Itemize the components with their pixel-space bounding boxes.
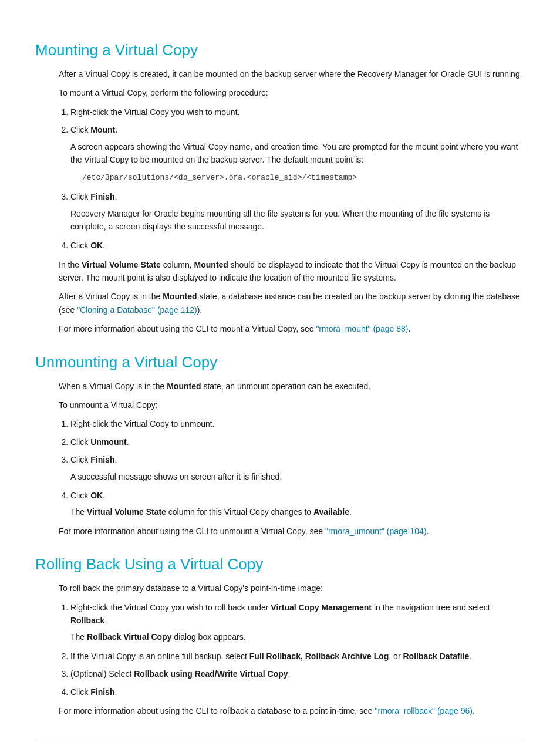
step-text: Click Finish. [70,455,117,464]
mounting-title: Mounting a Virtual Copy [35,41,525,59]
step-text: (Optional) Select Rollback using Read/Wr… [70,669,291,679]
list-item: Right-click the Virtual Copy to unmount. [70,417,525,430]
step-text: Click Mount. [70,125,117,134]
list-item: Click OK. [70,239,525,252]
mounting-intro2: To mount a Virtual Copy, perform the fol… [59,86,525,99]
step-text: If the Virtual Copy is an online full ba… [70,652,471,661]
rmora-umount-link[interactable]: "rmora_umount" (page 104) [325,526,427,536]
step-sub: Recovery Manager for Oracle begins mount… [70,207,525,234]
rollback-note: For more information about using the CLI… [59,704,525,717]
step-text: Right-click the Virtual Copy to unmount. [70,419,215,428]
page-footer: 110 Using the Recovery Manager for Oracl… [35,741,525,746]
list-item: Right-click the Virtual Copy you wish to… [70,106,525,119]
mounting-intro1: After a Virtual Copy is created, it can … [59,67,525,80]
step-sub: The Virtual Volume State column for this… [70,505,525,518]
step-text: Click Finish. [70,687,117,697]
rmora-mount-link[interactable]: "rmora_mount" (page 88) [316,324,408,333]
step-text: Right-click the Virtual Copy you wish to… [70,603,490,625]
unmounting-title: Unmounting a Virtual Copy [35,353,525,372]
list-item: (Optional) Select Rollback using Read/Wr… [70,667,525,680]
rollback-body: To roll back the primary database to a V… [59,582,525,717]
step-text: Click OK. [70,491,105,500]
unmounting-intro1: When a Virtual Copy is in the Mounted st… [59,380,525,393]
rollback-intro: To roll back the primary database to a V… [59,582,525,595]
mounting-steps: Right-click the Virtual Copy you wish to… [70,106,525,252]
unmounting-note: For more information about using the CLI… [59,525,525,538]
rmora-rollback-link[interactable]: "rmora_rollback" (page 96) [375,706,473,715]
unmounting-steps: Right-click the Virtual Copy to unmount.… [70,417,525,518]
mounting-body: After a Virtual Copy is created, it can … [59,67,525,336]
list-item: Click OK. The Virtual Volume State colum… [70,489,525,519]
list-item: Click Finish. A successful message shows… [70,453,525,483]
step-text: Click Unmount. [70,437,129,447]
rollback-steps: Right-click the Virtual Copy you wish to… [70,601,525,698]
code-path: /etc/3par/solutions/<db_server>.ora.<ora… [82,172,525,184]
mounting-note3: For more information about using the CLI… [59,322,525,335]
step-text: Right-click the Virtual Copy you wish to… [70,107,239,117]
list-item: Click Finish. Recovery Manager for Oracl… [70,190,525,233]
rollback-title: Rolling Back Using a Virtual Copy [35,555,525,573]
step-sub: A screen appears showing the Virtual Cop… [70,140,525,167]
step-text: Click Finish. [70,192,117,201]
mounting-note1: In the Virtual Volume State column, Moun… [59,258,525,285]
list-item: Click Mount. A screen appears showing th… [70,123,525,184]
list-item: If the Virtual Copy is an online full ba… [70,650,525,663]
unmounting-intro2: To unmount a Virtual Copy: [59,399,525,411]
step-text: Click OK. [70,241,105,250]
unmounting-body: When a Virtual Copy is in the Mounted st… [59,380,525,538]
mounting-note2: After a Virtual Copy is in the Mounted s… [59,290,525,316]
cloning-link[interactable]: "Cloning a Database" (page 112) [77,305,197,315]
step-sub: A successful message shows on screen aft… [70,470,525,483]
list-item: Right-click the Virtual Copy you wish to… [70,601,525,644]
list-item: Click Unmount. [70,436,525,448]
step-sub: The Rollback Virtual Copy dialog box app… [70,630,525,643]
page-container: Mounting a Virtual Copy After a Virtual … [0,0,560,746]
list-item: Click Finish. [70,686,525,698]
